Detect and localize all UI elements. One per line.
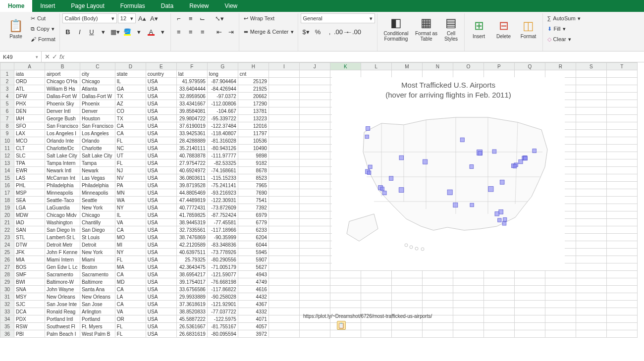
cell[interactable]: 10536 bbox=[238, 137, 268, 145]
cell[interactable]: DTW bbox=[14, 241, 45, 249]
cell[interactable]: Chicago O'Ha bbox=[45, 78, 80, 85]
cell[interactable]: PDX bbox=[14, 315, 45, 323]
cell[interactable]: cnt bbox=[238, 70, 268, 78]
cell[interactable] bbox=[268, 93, 299, 100]
cell[interactable]: 13781 bbox=[238, 107, 268, 115]
cell[interactable] bbox=[391, 330, 422, 338]
cell[interactable]: -90.258028 bbox=[207, 293, 238, 301]
cell[interactable] bbox=[299, 256, 330, 263]
cell[interactable]: -80.095594 bbox=[207, 330, 238, 338]
cell[interactable]: SLC bbox=[14, 152, 45, 159]
cell[interactable]: SEA bbox=[14, 197, 45, 204]
cell[interactable] bbox=[576, 301, 606, 308]
cell[interactable]: Miami bbox=[80, 256, 115, 263]
cell[interactable] bbox=[361, 330, 391, 338]
cell[interactable] bbox=[391, 278, 422, 286]
cell[interactable]: 38.9445319 bbox=[176, 219, 207, 226]
cell[interactable]: USA bbox=[146, 315, 176, 323]
cell[interactable]: MA bbox=[115, 263, 146, 271]
cell[interactable]: 7965 bbox=[238, 182, 268, 189]
cell[interactable]: WA bbox=[115, 197, 146, 204]
cell[interactable]: 40.6924972 bbox=[176, 167, 207, 174]
ribbon-tab-insert[interactable]: Insert bbox=[32, 0, 63, 12]
cell[interactable] bbox=[576, 70, 606, 78]
cell[interactable]: 28.4288889 bbox=[176, 137, 207, 145]
copy-button[interactable]: ⧉Copy▾ bbox=[29, 24, 57, 34]
col-header-E[interactable]: E bbox=[146, 63, 176, 70]
cell[interactable]: New Orleans bbox=[80, 293, 115, 301]
cell[interactable]: 5945 bbox=[238, 249, 268, 256]
cell[interactable]: CA bbox=[115, 271, 146, 278]
cell[interactable] bbox=[606, 204, 637, 211]
cell[interactable] bbox=[606, 85, 637, 93]
cell[interactable]: -75.241141 bbox=[207, 182, 238, 189]
cell[interactable]: Boston bbox=[80, 263, 115, 271]
cell[interactable] bbox=[576, 182, 606, 189]
airport-marker[interactable] bbox=[513, 164, 517, 168]
cell[interactable]: Arlington bbox=[80, 308, 115, 315]
ribbon-tab-review[interactable]: Review bbox=[181, 0, 216, 12]
cell[interactable]: 39.8584081 bbox=[176, 107, 207, 115]
cell[interactable] bbox=[330, 278, 361, 286]
cell[interactable] bbox=[576, 174, 606, 182]
cell[interactable] bbox=[268, 167, 299, 174]
cell[interactable]: -71.005179 bbox=[207, 263, 238, 271]
cell[interactable]: 40.7772431 bbox=[176, 204, 207, 211]
cell[interactable] bbox=[299, 249, 330, 256]
row-header[interactable]: 12 bbox=[0, 152, 14, 159]
cell[interactable] bbox=[606, 263, 637, 271]
cell[interactable]: 37.3618619 bbox=[176, 301, 207, 308]
fx-icon[interactable]: fx bbox=[59, 53, 64, 60]
cell[interactable] bbox=[330, 271, 361, 278]
cell[interactable]: San Francisco bbox=[80, 122, 115, 130]
cell[interactable]: 21925 bbox=[238, 85, 268, 93]
cell[interactable] bbox=[483, 308, 514, 315]
airport-marker[interactable] bbox=[447, 190, 452, 195]
cell[interactable] bbox=[299, 174, 330, 182]
delete-cells-button[interactable]: ⊟Delete bbox=[492, 13, 516, 44]
cell[interactable] bbox=[391, 301, 422, 308]
cell[interactable] bbox=[576, 122, 606, 130]
cell[interactable] bbox=[576, 263, 606, 271]
cell[interactable]: PBI bbox=[14, 330, 45, 338]
cell[interactable] bbox=[299, 130, 330, 137]
cell[interactable]: 32.8959506 bbox=[176, 93, 207, 100]
cell[interactable]: NJ bbox=[115, 167, 146, 174]
underline-dropdown[interactable]: ▾ bbox=[98, 27, 109, 37]
cell[interactable] bbox=[545, 330, 576, 338]
airport-marker[interactable] bbox=[460, 138, 464, 142]
cell[interactable] bbox=[576, 315, 606, 323]
cell[interactable]: 6204 bbox=[238, 234, 268, 241]
cell[interactable]: 8523 bbox=[238, 174, 268, 182]
cell[interactable]: 42.3643475 bbox=[176, 263, 207, 271]
col-header-T[interactable]: T bbox=[606, 63, 637, 70]
cell[interactable]: CO bbox=[115, 107, 146, 115]
cell[interactable]: Sacramento bbox=[80, 271, 115, 278]
format-painter-button[interactable]: 🖌Format bbox=[29, 34, 57, 44]
cell[interactable]: 47.4489819 bbox=[176, 197, 207, 204]
cell[interactable]: FL bbox=[115, 323, 146, 330]
fill-button[interactable]: ⬇Fill▾ bbox=[545, 24, 583, 34]
cell[interactable] bbox=[453, 278, 483, 286]
paste-options-icon[interactable]: 📋 bbox=[337, 321, 346, 330]
col-header-H[interactable]: H bbox=[238, 63, 268, 70]
cell[interactable]: 33.6404444 bbox=[176, 85, 207, 93]
cell[interactable]: USA bbox=[146, 107, 176, 115]
cell[interactable]: BWI bbox=[14, 278, 45, 286]
cell[interactable] bbox=[422, 271, 453, 278]
cell[interactable]: Dallas-Fort W bbox=[80, 93, 115, 100]
cell[interactable] bbox=[268, 271, 299, 278]
cell[interactable] bbox=[299, 204, 330, 211]
cell[interactable] bbox=[299, 152, 330, 159]
cell[interactable] bbox=[268, 197, 299, 204]
cell[interactable]: -81.755167 bbox=[207, 323, 238, 330]
cell[interactable] bbox=[606, 256, 637, 263]
cell[interactable]: Newark bbox=[80, 167, 115, 174]
cell[interactable]: USA bbox=[146, 189, 176, 197]
cell[interactable] bbox=[606, 315, 637, 323]
cell[interactable]: VA bbox=[115, 219, 146, 226]
cell[interactable]: 40.7883878 bbox=[176, 152, 207, 159]
insert-cells-button[interactable]: ⊞Insert bbox=[467, 13, 491, 44]
cell[interactable]: Portland Intl bbox=[45, 315, 80, 323]
cell[interactable] bbox=[576, 278, 606, 286]
